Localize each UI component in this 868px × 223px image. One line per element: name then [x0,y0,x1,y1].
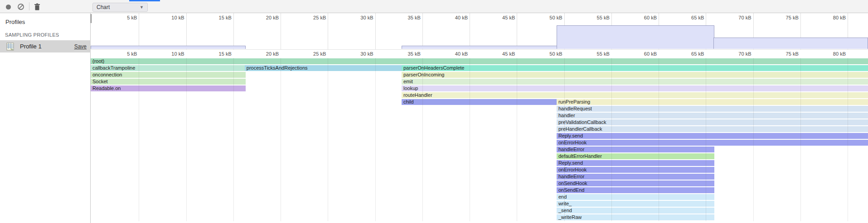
flame-gridline [753,58,754,221]
flame-tick-label: 60 kB [644,51,657,57]
flame-bar-handler[interactable]: handler [557,113,868,119]
delete-profile-button[interactable] [33,2,42,11]
flame-bar-write_[interactable]: write_ [557,201,714,207]
flame-gridline [848,58,848,221]
flame-tick-label: 65 kB [691,51,704,57]
toolbar-separator [29,2,29,10]
overview-tick-label: 35 kB [408,15,421,20]
flame-bar-child[interactable]: child [402,99,558,105]
flame-tick-label: 40 kB [455,51,468,57]
sampling-profiles-header: SAMPLING PROFILES [5,32,59,38]
flame-tick-label: 50 kB [549,51,562,57]
flame-bar-emit[interactable]: emit [402,79,868,85]
allocation-overview[interactable]: 5 kB10 kB15 kB20 kB25 kB30 kB35 kB40 kB4… [91,13,868,50]
flame-bar-Socket[interactable]: Socket [91,79,246,85]
active-tab-indicator [129,0,160,1]
flame-tick-label: 25 kB [313,51,326,57]
flame-bar-onErrorHook[interactable]: onErrorHook [557,167,714,173]
flame-bar-handleError[interactable]: handleError [557,174,714,180]
flame-tick-label: 5 kB [127,51,137,57]
overview-gridline [281,13,281,50]
flame-bar-onSendHook[interactable]: onSendHook [557,180,714,186]
flame-bar-end[interactable]: end [557,194,714,200]
overview-tick-label: 25 kB [313,15,326,20]
overview-gridline [139,13,139,50]
clear-block-icon[interactable] [16,2,25,11]
flame-bar-lookup[interactable]: lookup [402,85,868,91]
flame-bar-preHandlerCallback[interactable]: preHandlerCallback [557,126,868,132]
overview-area-step [713,38,868,49]
flame-bar-onErrorHook[interactable]: onErrorHook [557,140,868,146]
flame-bar-(root)[interactable]: (root) [91,58,868,64]
flame-ruler: 5 kB10 kB15 kB20 kB25 kB30 kB35 kB40 kB4… [91,50,868,58]
flame-chart[interactable]: (root)callbackTrampolineprocessTicksAndR… [91,58,868,223]
overview-tick-label: 40 kB [455,15,468,20]
flame-bar-routeHandler[interactable]: routeHandler [402,92,868,98]
flame-bar-preValidationCallback[interactable]: preValidationCallback [557,119,868,125]
sidebar-title: Profiles [5,19,25,25]
profile-name: Profile 1 [20,43,42,50]
overview-gridline [470,13,470,50]
trash-icon [34,3,40,10]
flame-bar-Reply.send[interactable]: Reply.send [557,160,714,166]
overview-tick-label: 15 kB [219,15,232,20]
overview-tick-label: 60 kB [644,15,657,20]
overview-tick-label: 55 kB [597,15,610,20]
flame-tick-label: 35 kB [408,51,421,57]
flame-gridline [517,58,517,221]
flame-bar-handleError[interactable]: handleError [557,147,714,152]
profile-list-item[interactable]: % Profile 1 Save [0,40,91,52]
overview-tick-label: 80 kB [833,15,846,20]
overview-tick-label: 75 kB [786,15,799,20]
flame-gridline [281,58,281,221]
flame-tick-label: 75 kB [786,51,799,57]
flame-tick-label: 20 kB [266,51,279,57]
overview-gridline [422,13,423,50]
flame-bar-defaultErrorHandler[interactable]: defaultErrorHandler [557,153,714,159]
flame-bar-parserOnIncoming[interactable]: parserOnIncoming [402,72,868,78]
overview-area-step [402,46,558,49]
flame-bar-_send[interactable]: _send [557,208,714,214]
flame-bar-runPreParsing[interactable]: runPreParsing [557,99,868,105]
view-mode-select[interactable]: Chart ▼ [92,3,148,12]
record-dot-icon [6,5,11,9]
memory-profiler-panel: Chart ▼ Profiles SAMPLING PROFILES % Pro… [0,0,868,223]
chart-panel: 5 kB10 kB15 kB20 kB25 kB30 kB35 kB40 kB4… [91,13,868,223]
overview-tick-label: 70 kB [738,15,751,20]
overview-tick-label: 10 kB [171,15,184,20]
flame-bar-processTicksAndRejections[interactable]: processTicksAndRejections [245,65,402,71]
overview-gridline [517,13,517,50]
overview-tick-label: 20 kB [266,15,279,20]
overview-area-step [91,46,246,49]
overview-gridline [328,13,328,50]
flame-gridline [233,58,234,221]
flame-gridline [800,58,801,221]
record-icon[interactable] [4,2,13,11]
flame-gridline [659,58,659,221]
save-profile-link[interactable]: Save [74,43,87,50]
flame-bar-Reply.send[interactable]: Reply.send [557,133,868,139]
flame-bar-Readable.on[interactable]: Readable.on [91,85,246,91]
flame-gridline [375,58,376,221]
flame-gridline [470,58,470,221]
flame-bar-onconnection[interactable]: onconnection [91,72,246,78]
view-mode-value: Chart [97,4,110,10]
flame-tick-label: 55 kB [597,51,610,57]
flame-bar-onSendEnd[interactable]: onSendEnd [557,187,714,193]
flame-tick-label: 70 kB [738,51,751,57]
flame-bar-_writeRaw[interactable]: _writeRaw [557,214,714,220]
sidebar: Profiles SAMPLING PROFILES % Profile 1 S… [0,13,91,223]
overview-tick-label: 50 kB [549,15,562,20]
overview-tick-label: 5 kB [127,15,137,20]
overview-area-step [557,25,714,49]
flame-bar-handleRequest[interactable]: handleRequest [557,106,868,112]
flame-bar-parserOnHeadersComplete[interactable]: parserOnHeadersComplete [402,65,868,71]
flame-tick-label: 45 kB [502,51,515,57]
flame-bar-callbackTrampoline[interactable]: callbackTrampoline [91,65,246,71]
profile-document-icon: % [6,43,15,51]
overview-scrollbar-nub[interactable] [91,14,92,23]
flame-gridline [186,58,187,221]
flame-tick-label: 30 kB [360,51,373,57]
block-icon [17,3,24,10]
flame-gridline [139,58,139,221]
